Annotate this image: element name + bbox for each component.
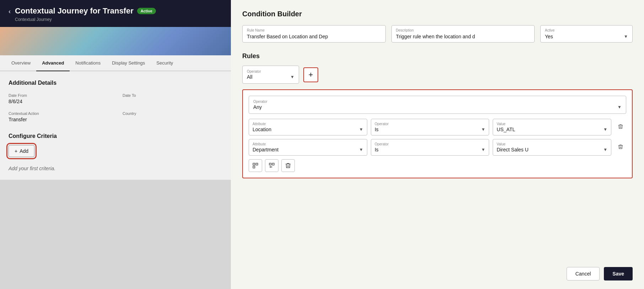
date-to-field: Date To xyxy=(123,93,222,104)
country-field: Country xyxy=(123,111,222,122)
contextual-action-field: Contextual Action Transfer xyxy=(9,111,108,122)
header-title-area: Contextual Journey for Transfer Active C… xyxy=(15,6,156,22)
description-value: Trigger rule when the location and d xyxy=(396,34,530,39)
attribute-location-label: Attribute xyxy=(253,122,363,126)
attribute-dept-label: Attribute xyxy=(253,142,363,146)
details-grid: Date From 8/6/24 Date To Contextual Acti… xyxy=(9,93,222,122)
rules-title: Rules xyxy=(242,52,633,60)
tab-advanced[interactable]: Advanced xyxy=(36,55,70,71)
cancel-button[interactable]: Cancel xyxy=(567,267,600,280)
main-operator-row: Operator All ▼ + xyxy=(242,66,633,84)
operator-is-2-value: Is xyxy=(375,147,379,152)
panel-title: Condition Builder xyxy=(242,10,633,18)
add-condition-btn[interactable] xyxy=(265,159,278,172)
operator-is-1-value: Is xyxy=(375,127,379,132)
country-label: Country xyxy=(123,111,222,116)
rule-group: Operator Any ▼ Attribute Location ▼ xyxy=(242,89,633,178)
attribute-dept-row: Department ▼ xyxy=(253,147,363,152)
description-field[interactable]: Description Trigger rule when the locati… xyxy=(391,25,535,43)
active-label: Active xyxy=(545,28,628,32)
rules-section: Rules Operator All ▼ + Operator Any ▼ xyxy=(242,52,633,178)
rule-row-1: Attribute Location ▼ Operator Is ▼ Value xyxy=(249,119,626,135)
value-direct-sales-row: Direct Sales U ▼ xyxy=(497,147,607,152)
attribute-location-value: Location xyxy=(253,127,271,132)
add-rule-button[interactable]: + xyxy=(303,67,318,82)
group-operator-select[interactable]: Operator Any ▼ xyxy=(249,96,626,114)
delete-row-2-icon[interactable] xyxy=(615,144,626,151)
value-direct-sales-value: Direct Sales U xyxy=(497,147,528,152)
active-field[interactable]: Active Yes ▼ xyxy=(540,25,633,43)
title-text: Contextual Journey for Transfer xyxy=(15,6,134,16)
svg-rect-4 xyxy=(272,163,274,165)
svg-rect-2 xyxy=(253,166,255,168)
value-us-atl-label: Value xyxy=(497,122,607,126)
operator-is-1-arrow: ▼ xyxy=(481,127,485,132)
delete-group-btn[interactable] xyxy=(281,159,295,172)
tab-security[interactable]: Security xyxy=(151,55,179,71)
value-us-atl-field[interactable]: Value US_ATL ▼ xyxy=(493,119,611,135)
main-operator-select[interactable]: Operator All ▼ xyxy=(242,66,299,84)
top-form: Rule Name Transfer Based on Location and… xyxy=(242,25,633,43)
svg-rect-3 xyxy=(269,163,271,165)
contextual-action-value: Transfer xyxy=(9,117,108,122)
attribute-location-row: Location ▼ xyxy=(253,127,363,132)
save-button[interactable]: Save xyxy=(604,267,633,280)
rule-name-field[interactable]: Rule Name Transfer Based on Location and… xyxy=(242,25,386,43)
rule-name-value: Transfer Based on Location and Dep xyxy=(247,34,381,39)
operator-is-2-label: Operator xyxy=(375,142,486,146)
main-operator-label: Operator xyxy=(247,70,294,73)
group-operator-label: Operator xyxy=(253,100,622,104)
rule-name-label: Rule Name xyxy=(247,28,381,32)
plus-icon: + xyxy=(15,148,17,154)
left-panel: ‹ Contextual Journey for Transfer Active… xyxy=(0,0,231,289)
date-from-field: Date From 8/6/24 xyxy=(9,93,108,104)
right-panel: Condition Builder Rule Name Transfer Bas… xyxy=(231,0,644,289)
operator-is-2-row: Is ▼ xyxy=(375,147,486,152)
color-strip xyxy=(0,27,231,55)
add-label: Add xyxy=(20,148,28,154)
main-operator-value: All xyxy=(247,74,253,80)
header-subtitle: Contextual Journey xyxy=(15,17,156,22)
header-title: Contextual Journey for Transfer Active xyxy=(15,6,156,16)
active-badge: Active xyxy=(137,8,156,14)
group-operator-value-row: Any ▼ xyxy=(253,104,622,110)
value-us-atl-row: US_ATL ▼ xyxy=(497,127,607,132)
tab-display-settings[interactable]: Display Settings xyxy=(106,55,151,71)
attribute-dept-value: Department xyxy=(253,147,278,152)
value-direct-sales-arrow: ▼ xyxy=(603,147,607,152)
delete-row-1-icon[interactable] xyxy=(615,124,626,131)
value-direct-sales-field[interactable]: Value Direct Sales U ▼ xyxy=(493,139,611,156)
tab-overview[interactable]: Overview xyxy=(6,55,36,71)
add-criteria-hint: Add your first criteria. xyxy=(9,166,222,171)
svg-rect-1 xyxy=(256,163,258,165)
date-from-value: 8/6/24 xyxy=(9,99,108,104)
operator-is-2-field[interactable]: Operator Is ▼ xyxy=(371,139,489,156)
value-us-atl-value: US_ATL xyxy=(497,127,515,132)
tab-notifications[interactable]: Notifications xyxy=(70,55,106,71)
content-area: Additional Details Date From 8/6/24 Date… xyxy=(0,71,231,180)
attribute-location-field[interactable]: Attribute Location ▼ xyxy=(249,119,367,135)
back-arrow[interactable]: ‹ xyxy=(9,8,11,15)
operator-is-1-field[interactable]: Operator Is ▼ xyxy=(371,119,489,135)
bottom-actions: Cancel Save xyxy=(567,267,633,280)
group-operator-arrow: ▼ xyxy=(617,105,622,110)
main-operator-arrow: ▼ xyxy=(290,74,294,79)
add-group-btn[interactable] xyxy=(249,159,262,172)
value-direct-sales-label: Value xyxy=(497,142,607,146)
date-from-label: Date From xyxy=(9,93,108,98)
operator-is-1-label: Operator xyxy=(375,122,486,126)
configure-criteria: Configure Criteria + Add Add your first … xyxy=(9,133,222,171)
attribute-location-arrow: ▼ xyxy=(359,127,363,132)
attribute-dept-field[interactable]: Attribute Department ▼ xyxy=(249,139,367,156)
rule-actions xyxy=(249,159,626,172)
add-criteria-button[interactable]: + Add xyxy=(9,145,34,157)
group-operator-row: Operator Any ▼ xyxy=(249,96,626,114)
additional-details-title: Additional Details xyxy=(9,80,222,86)
rule-row-2: Attribute Department ▼ Operator Is ▼ Val… xyxy=(249,139,626,156)
value-us-atl-arrow: ▼ xyxy=(603,127,607,132)
contextual-action-label: Contextual Action xyxy=(9,111,108,116)
tabs: Overview Advanced Notifications Display … xyxy=(0,55,231,71)
operator-is-1-row: Is ▼ xyxy=(375,127,486,132)
operator-is-2-arrow: ▼ xyxy=(481,147,485,152)
header-bar: ‹ Contextual Journey for Transfer Active… xyxy=(0,0,231,27)
